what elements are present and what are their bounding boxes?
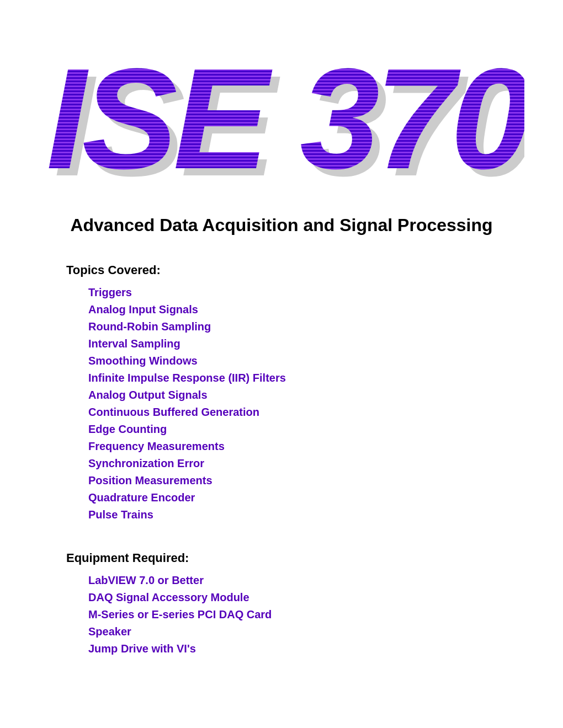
- equipment-item: DAQ Signal Accessory Module: [88, 589, 530, 606]
- topic-item: Frequency Measurements: [88, 438, 530, 455]
- equipment-item: Speaker: [88, 623, 530, 640]
- equipment-item: Jump Drive with VI's: [88, 640, 530, 657]
- topic-item: Analog Input Signals: [88, 301, 530, 318]
- topic-item: Interval Sampling: [88, 335, 530, 352]
- topic-item: Synchronization Error: [88, 455, 530, 472]
- page: ISE 370 ISE 370 Advanced Data Acquisitio…: [0, 0, 563, 728]
- title-section: Advanced Data Acquisition and Signal Pro…: [33, 215, 530, 235]
- equipment-item: M-Series or E-series PCI DAQ Card: [88, 606, 530, 623]
- equipment-item: LabVIEW 7.0 or Better: [88, 572, 530, 589]
- equipment-header: Equipment Required:: [66, 551, 530, 565]
- logo-svg: ISE 370 ISE 370: [39, 28, 524, 193]
- svg-text:ISE 370: ISE 370: [46, 39, 524, 193]
- topic-item: Position Measurements: [88, 472, 530, 489]
- topic-item: Analog Output Signals: [88, 387, 530, 404]
- equipment-section: Equipment Required: LabVIEW 7.0 or Bette…: [66, 551, 530, 657]
- topic-item: Continuous Buffered Generation: [88, 404, 530, 421]
- topic-item: Quadrature Encoder: [88, 489, 530, 506]
- topic-item: Round-Robin Sampling: [88, 318, 530, 335]
- topics-list: TriggersAnalog Input SignalsRound-Robin …: [66, 284, 530, 523]
- topic-item: Smoothing Windows: [88, 352, 530, 370]
- main-title: Advanced Data Acquisition and Signal Pro…: [33, 215, 530, 235]
- topics-section: Topics Covered: TriggersAnalog Input Sig…: [66, 263, 530, 523]
- topic-item: Infinite Impulse Response (IIR) Filters: [88, 370, 530, 387]
- logo-container: ISE 370 ISE 370: [33, 22, 530, 199]
- topic-item: Triggers: [88, 284, 530, 301]
- topic-item: Pulse Trains: [88, 506, 530, 523]
- equipment-list: LabVIEW 7.0 or BetterDAQ Signal Accessor…: [66, 572, 530, 657]
- topics-header: Topics Covered:: [66, 263, 530, 277]
- topic-item: Edge Counting: [88, 421, 530, 438]
